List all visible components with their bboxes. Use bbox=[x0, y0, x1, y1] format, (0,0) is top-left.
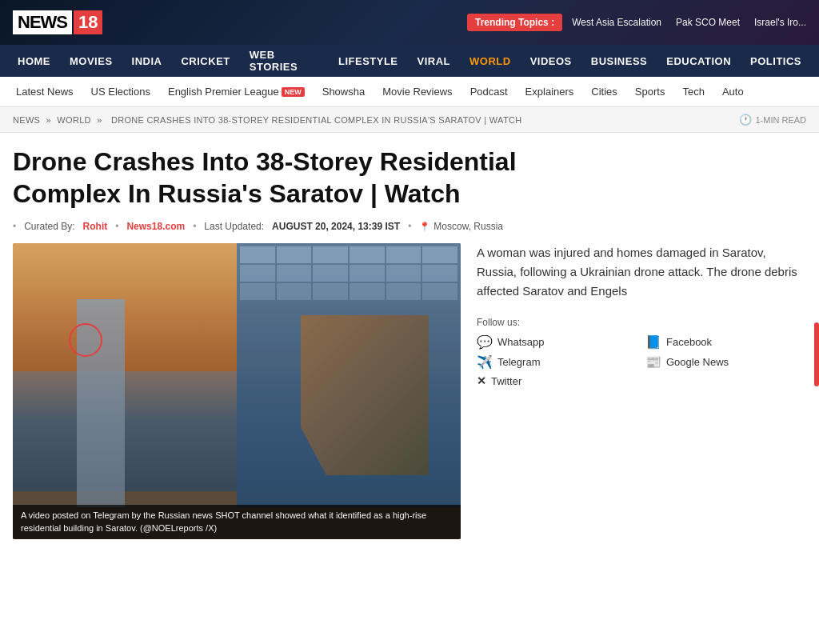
article-title: Drone Crashes Into 38-Storey Residential… bbox=[13, 146, 573, 210]
logo-number-text: 18 bbox=[74, 10, 102, 34]
follow-section: Follow us: 💬 Whatsapp 📘 Facebook ✈️ Tele… bbox=[477, 317, 806, 387]
telegram-label: Telegram bbox=[497, 356, 540, 368]
subnav-explainers[interactable]: Explainers bbox=[517, 77, 582, 107]
bullet-2: • bbox=[115, 221, 118, 232]
nav-movies[interactable]: MOVIES bbox=[60, 45, 122, 77]
new-badge: NEW bbox=[282, 87, 305, 97]
scroll-indicator[interactable] bbox=[814, 322, 819, 386]
subnav-sports[interactable]: Sports bbox=[627, 77, 673, 107]
breadcrumb-news[interactable]: NEWS bbox=[13, 115, 40, 125]
bullet-3: • bbox=[193, 221, 196, 232]
article-image: A video posted on Telegram by the Russia… bbox=[13, 243, 461, 539]
google-news-link[interactable]: 📰 Google News bbox=[645, 354, 806, 370]
facebook-link[interactable]: 📘 Facebook bbox=[645, 334, 806, 350]
building-damage bbox=[301, 315, 429, 475]
breadcrumb-sep-2: » bbox=[97, 115, 105, 125]
read-time-text: 1-MIN READ bbox=[755, 115, 806, 125]
twitter-link[interactable]: ✕ Twitter bbox=[477, 374, 637, 387]
google-news-label: Google News bbox=[666, 356, 729, 368]
twitter-label: Twitter bbox=[491, 375, 521, 387]
drone-indicator-circle bbox=[69, 323, 102, 357]
curated-by-label: Curated By: bbox=[24, 221, 74, 232]
google-news-icon: 📰 bbox=[645, 354, 661, 370]
article-content: Drone Crashes Into 38-Storey Residential… bbox=[0, 133, 819, 539]
subnav-cities[interactable]: Cities bbox=[583, 77, 625, 107]
subnav-latest-news[interactable]: Latest News bbox=[8, 77, 82, 107]
clock-icon: 🕐 bbox=[739, 114, 752, 126]
trending-item-2[interactable]: Pak SCO Meet bbox=[676, 17, 740, 28]
article-summary: A woman was injured and homes damaged in… bbox=[477, 243, 806, 301]
image-caption: A video posted on Telegram by the Russia… bbox=[13, 505, 461, 539]
article-text-side: A woman was injured and homes damaged in… bbox=[477, 243, 806, 539]
bullet-1: • bbox=[13, 221, 16, 232]
follow-title: Follow us: bbox=[477, 317, 806, 328]
nav-politics[interactable]: POLITICS bbox=[741, 45, 811, 77]
breadcrumb: NEWS » WORLD » DRONE CRASHES INTO 38-STO… bbox=[13, 115, 525, 125]
author-link[interactable]: Rohit bbox=[83, 221, 108, 232]
last-updated-label: Last Updated: bbox=[204, 221, 264, 232]
subnav-epl[interactable]: English Premier League NEW bbox=[160, 77, 313, 107]
nav-india[interactable]: INDIA bbox=[122, 45, 172, 77]
telegram-link[interactable]: ✈️ Telegram bbox=[477, 354, 637, 370]
read-time: 🕐 1-MIN READ bbox=[739, 114, 806, 126]
nav-lifestyle[interactable]: LIFESTYLE bbox=[329, 45, 408, 77]
follow-label: Follow us: bbox=[477, 317, 520, 328]
twitter-icon: ✕ bbox=[477, 374, 486, 387]
subnav-movie-reviews[interactable]: Movie Reviews bbox=[374, 77, 460, 107]
whatsapp-label: Whatsapp bbox=[497, 336, 545, 348]
social-links: 💬 Whatsapp 📘 Facebook ✈️ Telegram 📰 Goog… bbox=[477, 334, 806, 387]
nav-cricket[interactable]: CRICKET bbox=[171, 45, 239, 77]
nav-home[interactable]: HOME bbox=[8, 45, 60, 77]
bullet-4: • bbox=[408, 221, 411, 232]
nav-viral[interactable]: VIRAL bbox=[408, 45, 461, 77]
breadcrumb-bar: NEWS » WORLD » DRONE CRASHES INTO 38-STO… bbox=[0, 107, 819, 133]
main-nav: HOME MOVIES INDIA CRICKET WEB STORIES LI… bbox=[0, 45, 819, 77]
breadcrumb-sep-1: » bbox=[46, 115, 54, 125]
whatsapp-link[interactable]: 💬 Whatsapp bbox=[477, 334, 637, 350]
top-bar: NEWS 18 Trending Topics : West Asia Esca… bbox=[0, 0, 819, 45]
article-body: A video posted on Telegram by the Russia… bbox=[13, 243, 806, 539]
article-date: AUGUST 20, 2024, 13:39 IST bbox=[272, 221, 400, 232]
article-meta: • Curated By: Rohit • News18.com • Last … bbox=[13, 221, 806, 232]
logo-news-text: NEWS bbox=[13, 10, 72, 34]
nav-videos[interactable]: VIDEOS bbox=[521, 45, 581, 77]
nav-web-stories[interactable]: WEB STORIES bbox=[240, 45, 329, 77]
nav-education[interactable]: EDUCATION bbox=[657, 45, 741, 77]
facebook-icon: 📘 bbox=[645, 334, 661, 350]
article-image-container: A video posted on Telegram by the Russia… bbox=[13, 243, 461, 539]
subnav-showsha[interactable]: Showsha bbox=[314, 77, 373, 107]
trending-bar: Trending Topics : West Asia Escalation P… bbox=[467, 14, 806, 31]
breadcrumb-current: DRONE CRASHES INTO 38-STOREY RESIDENTIAL… bbox=[111, 115, 522, 125]
subnav-us-elections[interactable]: US Elections bbox=[83, 77, 158, 107]
whatsapp-icon: 💬 bbox=[477, 334, 493, 350]
subnav-podcast[interactable]: Podcast bbox=[462, 77, 516, 107]
secondary-nav: Latest News US Elections English Premier… bbox=[0, 77, 819, 107]
trending-label: Trending Topics : bbox=[467, 14, 562, 31]
trending-item-3[interactable]: Israel's Iro... bbox=[754, 17, 806, 28]
subnav-tech[interactable]: Tech bbox=[674, 77, 712, 107]
telegram-icon: ✈️ bbox=[477, 354, 493, 370]
trending-item-1[interactable]: West Asia Escalation bbox=[572, 17, 661, 28]
article-location: Moscow, Russia bbox=[419, 221, 503, 232]
subnav-auto[interactable]: Auto bbox=[714, 77, 752, 107]
source-link[interactable]: News18.com bbox=[126, 221, 185, 232]
trending-items: West Asia Escalation Pak SCO Meet Israel… bbox=[572, 17, 806, 28]
facebook-label: Facebook bbox=[666, 336, 712, 348]
site-logo[interactable]: NEWS 18 bbox=[13, 10, 102, 34]
nav-business[interactable]: BUSINESS bbox=[581, 45, 657, 77]
breadcrumb-world[interactable]: WORLD bbox=[57, 115, 90, 125]
nav-world[interactable]: WORLD bbox=[460, 45, 521, 77]
